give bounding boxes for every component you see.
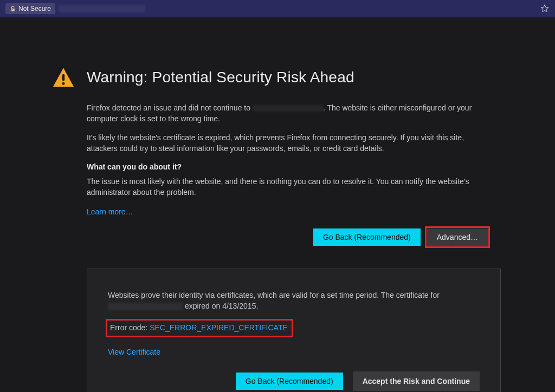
not-secure-badge[interactable]: Not Secure <box>5 3 55 14</box>
address-bar: Not Secure <box>0 0 555 17</box>
error-code-highlight: Error code: SEC_ERROR_EXPIRED_CERTIFICAT… <box>108 321 291 335</box>
panel-button-row: Go Back (Recommended) Accept the Risk an… <box>108 371 480 391</box>
advanced-button[interactable]: Advanced… <box>427 228 488 246</box>
paragraph-3: The issue is most likely with the websit… <box>87 177 488 198</box>
lock-strikethrough-icon <box>10 6 16 12</box>
address-bar-left: Not Secure <box>5 3 145 14</box>
not-secure-text: Not Secure <box>18 5 51 12</box>
error-code-link[interactable]: SEC_ERROR_EXPIRED_CERTIFICATE <box>150 323 288 332</box>
panel-paragraph: Websites prove their identity via certif… <box>108 290 480 312</box>
svg-point-3 <box>62 82 65 85</box>
advanced-panel: Websites prove their identity via certif… <box>87 269 501 392</box>
accept-risk-button[interactable]: Accept the Risk and Continue <box>353 371 480 391</box>
svg-rect-2 <box>62 74 64 81</box>
learn-more-link[interactable]: Learn more… <box>87 207 133 216</box>
para1-before: Firefox detected an issue and did not co… <box>87 103 253 112</box>
panel-text-after: expired on 4/13/2015. <box>183 302 258 310</box>
bookmark-star-icon[interactable] <box>540 4 550 14</box>
panel-go-back-button[interactable]: Go Back (Recommended) <box>236 373 343 390</box>
paragraph-1: Firefox detected an issue and did not co… <box>87 103 488 124</box>
error-page-content: Warning: Potential Security Risk Ahead F… <box>0 17 555 392</box>
page-title: Warning: Potential Security Risk Ahead <box>87 69 354 86</box>
error-code-label: Error code: <box>110 323 150 332</box>
button-row: Go Back (Recommended) Advanced… <box>87 228 488 246</box>
header-row: Warning: Potential Security Risk Ahead <box>52 66 503 89</box>
url-redacted[interactable] <box>59 5 145 12</box>
panel-domain-redacted <box>108 303 183 310</box>
panel-text-before: Websites prove their identity via certif… <box>108 291 440 299</box>
warning-triangle-icon <box>52 66 75 89</box>
error-code-line: Error code: SEC_ERROR_EXPIRED_CERTIFICAT… <box>110 322 288 333</box>
subhead: What can you do about it? <box>87 162 488 171</box>
view-certificate-link[interactable]: View Certificate <box>108 348 160 356</box>
paragraph-2: It's likely the website's certificate is… <box>87 133 488 154</box>
body-text: Firefox detected an issue and did not co… <box>87 103 488 246</box>
go-back-button[interactable]: Go Back (Recommended) <box>313 228 421 246</box>
domain-redacted <box>253 105 323 112</box>
